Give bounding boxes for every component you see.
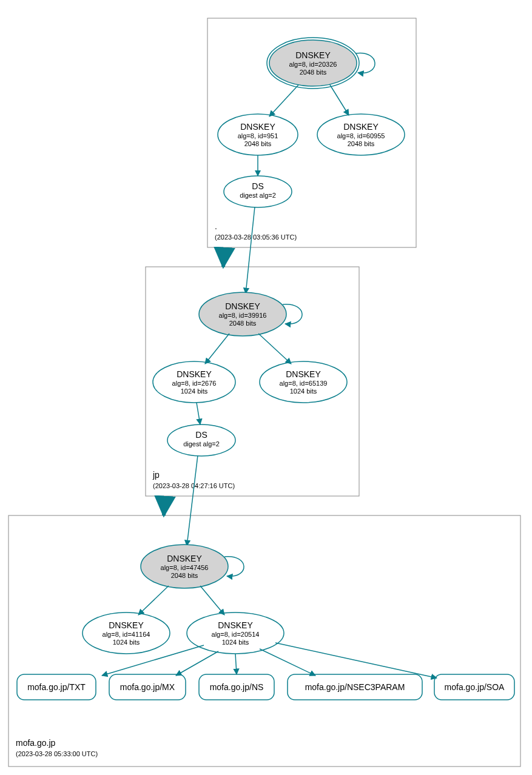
svg-text:DNSKEY: DNSKEY [240,122,275,132]
svg-text:DNSKEY: DNSKEY [225,301,260,311]
svg-text:DNSKEY: DNSKEY [295,50,331,60]
node-root-zsk2: DNSKEY alg=8, id=60955 2048 bits [317,114,405,155]
zone-root-title: . [215,221,217,231]
edge-rootksk-zsk2 [330,85,349,115]
svg-text:mofa.go.jp/NSEC3PARAM: mofa.go.jp/NSEC3PARAM [305,682,405,692]
zone-mofa-timestamp: (2023-03-28 05:33:00 UTC) [16,750,98,757]
svg-text:DS: DS [252,181,263,191]
svg-text:DNSKEY: DNSKEY [167,554,202,563]
svg-text:alg=8, id=41164: alg=8, id=41164 [103,631,150,638]
zone-jp-title: jp [152,470,160,480]
svg-text:2048 bits: 2048 bits [171,572,198,579]
node-mofa-ksk: DNSKEY alg=8, id=47456 2048 bits [141,545,228,588]
node-root-ds: DS digest alg=2 [224,176,292,207]
node-rr-soa: mofa.go.jp/SOA [434,674,514,700]
edge-jp-to-mofa-zone [164,496,165,515]
svg-text:DNSKEY: DNSKEY [177,369,212,379]
zone-mofa-title: mofa.go.jp [16,738,56,748]
dnssec-diagram: . (2023-03-28 03:05:36 UTC) jp (2023-03-… [0,0,532,775]
svg-text:alg=8, id=20326: alg=8, id=20326 [289,61,337,68]
edge-zsk2-nsec3 [260,649,315,676]
node-jp-zsk1: DNSKEY alg=8, id=2676 1024 bits [153,361,235,403]
svg-text:2048 bits: 2048 bits [348,140,375,147]
node-jp-ds: DS digest alg=2 [167,424,235,456]
svg-text:DNSKEY: DNSKEY [109,620,144,630]
svg-text:1024 bits: 1024 bits [113,639,140,646]
edge-jpzsk1-ds [197,403,200,424]
svg-text:1024 bits: 1024 bits [181,388,208,395]
zone-root-timestamp: (2023-03-28 03:05:36 UTC) [215,233,297,241]
edge-zsk2-mx [176,651,218,676]
svg-text:DS: DS [195,430,207,440]
svg-text:alg=8, id=60955: alg=8, id=60955 [337,132,385,139]
svg-text:alg=8, id=47456: alg=8, id=47456 [161,564,209,571]
svg-text:1024 bits: 1024 bits [290,388,317,395]
svg-text:DNSKEY: DNSKEY [286,369,321,379]
edge-root-ksk-self [355,53,375,73]
svg-text:alg=8, id=65139: alg=8, id=65139 [280,380,328,387]
node-root-ksk: DNSKEY alg=8, id=20326 2048 bits [267,38,359,89]
svg-text:alg=8, id=951: alg=8, id=951 [238,132,278,139]
svg-text:2048 bits: 2048 bits [244,140,272,147]
svg-text:alg=8, id=20514: alg=8, id=20514 [212,631,260,638]
edge-zsk2-soa [275,643,437,678]
svg-text:DNSKEY: DNSKEY [218,620,253,630]
svg-text:mofa.go.jp/TXT: mofa.go.jp/TXT [27,682,86,692]
edge-jpksk-zsk2 [258,334,291,364]
edge-root-to-jp-zone [223,247,224,267]
node-root-zsk1: DNSKEY alg=8, id=951 2048 bits [218,114,298,155]
edge-mofaksk-zsk1 [138,586,169,615]
svg-text:1024 bits: 1024 bits [222,639,249,646]
node-rr-mx: mofa.go.jp/MX [109,674,186,700]
svg-text:DNSKEY: DNSKEY [343,122,379,132]
node-rr-ns: mofa.go.jp/NS [199,674,274,700]
node-rr-txt: mofa.go.jp/TXT [17,674,96,700]
node-mofa-zsk1: DNSKEY alg=8, id=41164 1024 bits [82,612,170,654]
edge-rootksk-zsk1 [269,85,298,116]
edge-jpksk-zsk1 [205,334,229,364]
svg-text:2048 bits: 2048 bits [300,69,327,76]
svg-text:digest alg=2: digest alg=2 [183,440,220,448]
svg-text:digest alg=2: digest alg=2 [240,192,276,199]
node-jp-ksk: DNSKEY alg=8, id=39916 2048 bits [199,292,286,336]
edge-jpds-mofaksk [187,455,198,546]
svg-text:mofa.go.jp/MX: mofa.go.jp/MX [120,682,175,692]
edge-zsk2-ns [235,654,237,674]
svg-text:2048 bits: 2048 bits [229,320,257,327]
edge-mofaksk-zsk2 [200,586,224,615]
svg-text:mofa.go.jp/NS: mofa.go.jp/NS [210,682,264,692]
svg-text:alg=8, id=39916: alg=8, id=39916 [219,312,267,319]
svg-text:alg=8, id=2676: alg=8, id=2676 [172,380,217,387]
edge-rootds-jpksk [246,207,255,294]
svg-text:mofa.go.jp/SOA: mofa.go.jp/SOA [445,682,505,692]
node-mofa-zsk2: DNSKEY alg=8, id=20514 1024 bits [187,612,284,654]
node-rr-nsec3: mofa.go.jp/NSEC3PARAM [288,674,422,700]
node-jp-zsk2: DNSKEY alg=8, id=65139 1024 bits [260,361,347,403]
